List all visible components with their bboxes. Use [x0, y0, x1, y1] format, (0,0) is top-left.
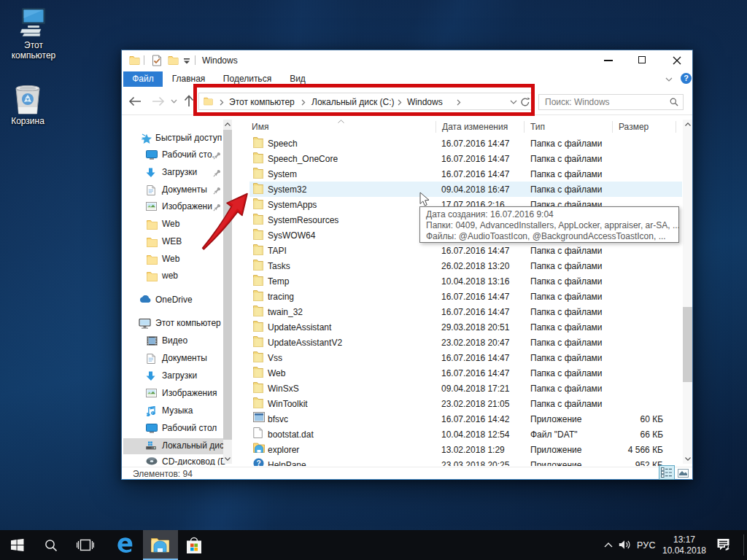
svg-text:?: ?: [256, 459, 260, 466]
